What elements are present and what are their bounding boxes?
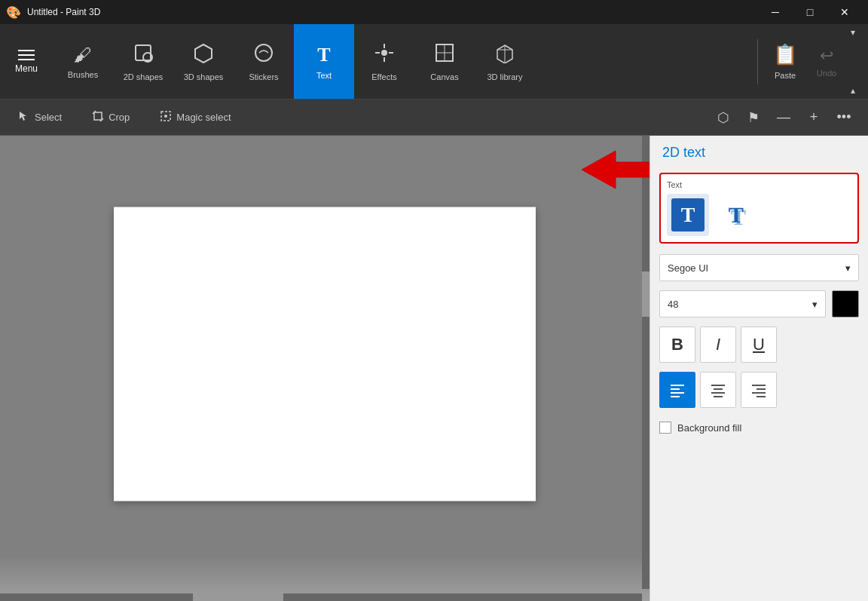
2d-text-button[interactable]: T [667, 194, 709, 236]
font-dropdown[interactable]: Segoe UI ▾ [659, 254, 859, 281]
3d-shapes-icon [193, 42, 214, 68]
2d-text-icon: T [671, 198, 704, 232]
drawing-canvas[interactable] [114, 207, 536, 501]
menu-label: Menu [15, 63, 38, 74]
toolbar-extra-flag[interactable]: ⚑ [741, 106, 766, 130]
horizontal-scrollbar[interactable] [0, 593, 642, 601]
font-dropdown-arrow: ▾ [845, 262, 851, 274]
stickers-icon [253, 42, 274, 68]
svg-rect-13 [94, 112, 102, 120]
background-fill-label: Background fill [677, 422, 741, 434]
magic-select-tool[interactable]: Magic select [154, 107, 237, 128]
toolbar-plus[interactable]: + [802, 106, 826, 130]
window-controls: ─ □ ✕ [758, 0, 862, 24]
brushes-label: Brushes [68, 70, 98, 79]
align-left-icon [669, 382, 686, 398]
crop-icon [92, 110, 104, 125]
format-buttons: B I U [659, 327, 859, 363]
font-size-value: 48 [668, 299, 678, 310]
toolbar: Select Crop Magic select ⬡ ⚑ — + ••• [0, 100, 868, 136]
horizontal-scrollbar-thumb[interactable] [193, 593, 283, 601]
close-button[interactable]: ✕ [827, 0, 862, 24]
canvas-area[interactable] [0, 136, 649, 601]
font-size-dropdown[interactable]: 48 ▾ [659, 290, 826, 317]
canvas-label: Canvas [430, 72, 458, 81]
3d-library-icon [494, 42, 515, 68]
font-size-arrow: ▾ [812, 299, 818, 310]
text-section-label: Text [667, 180, 851, 189]
align-right-icon [750, 382, 767, 398]
underline-button[interactable]: U [741, 327, 777, 363]
main-area: 2D text Text T T Segoe UI ▾ [0, 136, 868, 601]
font-control: Segoe UI ▾ [659, 254, 859, 281]
ribbon-tool-3d-shapes[interactable]: 3D shapes [173, 24, 234, 99]
align-center-button[interactable] [700, 372, 736, 408]
toolbar-minus[interactable]: — [772, 106, 796, 130]
brushes-icon: 🖌 [74, 44, 92, 66]
text-color-swatch[interactable] [832, 290, 859, 317]
ribbon-tool-stickers[interactable]: Stickers [234, 24, 294, 99]
svg-marker-30 [582, 151, 649, 189]
ribbon-tool-brushes[interactable]: 🖌 Brushes [53, 24, 113, 99]
italic-icon: I [716, 335, 720, 354]
ribbon-tool-effects[interactable]: Effects [354, 24, 414, 99]
ribbon: Menu 🖌 Brushes 2D shapes 3D shapes Stic [0, 24, 868, 100]
minimize-button[interactable]: ─ [758, 0, 793, 24]
ribbon-tool-canvas[interactable]: Canvas [414, 24, 475, 99]
app-icon: 🎨 [6, 5, 21, 20]
menu-button[interactable]: Menu [0, 24, 53, 99]
paste-label: Paste [775, 71, 796, 80]
align-left-button[interactable] [659, 372, 695, 408]
svg-point-17 [164, 115, 167, 118]
text-icon: T [317, 44, 330, 66]
align-right-button[interactable] [741, 372, 777, 408]
crop-label: Crop [108, 112, 130, 123]
svg-point-2 [255, 44, 272, 61]
paste-button[interactable]: 📋 Paste [761, 24, 809, 99]
underline-icon: U [753, 335, 765, 354]
undo-button[interactable]: ↩ Undo [809, 46, 844, 78]
toolbar-more[interactable]: ••• [832, 106, 856, 130]
text-type-section: Text T T [659, 173, 859, 244]
2d-shapes-icon [133, 42, 154, 68]
size-color-control: 48 ▾ [659, 290, 859, 317]
maximize-button[interactable]: □ [793, 0, 827, 24]
panel-title: 2D text [650, 136, 868, 167]
font-name: Segoe UI [668, 262, 708, 274]
canvas-icon [434, 42, 455, 68]
text-type-buttons: T T [667, 194, 851, 236]
toolbar-extra-1[interactable]: ⬡ [711, 106, 735, 130]
bold-button[interactable]: B [659, 327, 695, 363]
ribbon-tool-3d-library[interactable]: 3D library [475, 24, 535, 99]
background-fill-row: Background fill [659, 419, 859, 437]
align-buttons [659, 372, 859, 408]
titlebar: 🎨 Untitled - Paint 3D ─ □ ✕ [0, 0, 868, 24]
undo-label: Undo [817, 69, 836, 78]
2d-shapes-label: 2D shapes [124, 72, 164, 81]
toolbar-extra-buttons: ⬡ ⚑ — + ••• [711, 106, 856, 130]
svg-point-3 [381, 50, 387, 56]
italic-button[interactable]: I [700, 327, 736, 363]
effects-label: Effects [371, 72, 396, 81]
magic-select-icon [160, 110, 172, 125]
3d-text-button[interactable]: T [715, 194, 757, 236]
background-fill-checkbox[interactable] [659, 422, 671, 434]
ribbon-more-down[interactable]: ▴ [844, 85, 862, 96]
window-title: Untitled - Paint 3D [21, 7, 758, 17]
bold-icon: B [671, 335, 683, 354]
vertical-scrollbar[interactable] [642, 136, 649, 589]
select-tool[interactable]: Select [12, 107, 68, 128]
ribbon-tools: 🖌 Brushes 2D shapes 3D shapes Stickers T [53, 24, 754, 99]
effects-icon [374, 42, 395, 68]
magic-select-label: Magic select [176, 112, 231, 123]
ribbon-tool-2d-shapes[interactable]: 2D shapes [113, 24, 173, 99]
vertical-scrollbar-thumb[interactable] [642, 271, 649, 317]
ribbon-tool-text[interactable]: T Text [294, 24, 354, 99]
ribbon-more-up[interactable]: ▾ [844, 27, 862, 38]
hamburger-icon [18, 50, 35, 60]
3d-library-label: 3D library [487, 72, 522, 81]
size-color-row: 48 ▾ [659, 290, 859, 317]
crop-tool[interactable]: Crop [86, 107, 136, 128]
right-panel: 2D text Text T T Segoe UI ▾ [649, 136, 868, 601]
paste-icon: 📋 [773, 43, 797, 66]
